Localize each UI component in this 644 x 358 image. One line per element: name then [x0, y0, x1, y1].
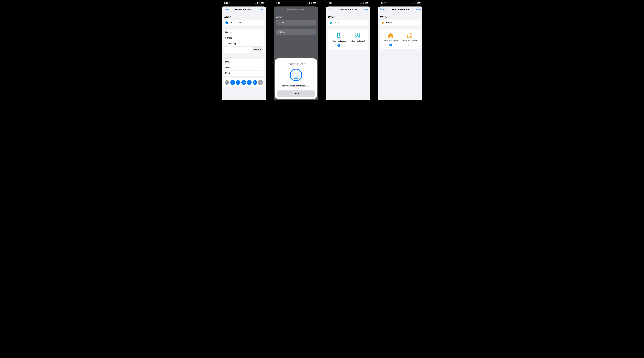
repeat-monthly[interactable]: Monthly: [224, 70, 264, 76]
status-time: 8:28: [381, 2, 384, 4]
phone-screen-3: 8:28 Back New Automation Next When: [325, 0, 371, 100]
chevron-left-icon: [223, 8, 224, 11]
svg-rect-32: [412, 3, 412, 4]
weekday-toggle[interactable]: S: [258, 80, 263, 85]
svg-rect-2: [256, 3, 257, 4]
svg-rect-1: [256, 3, 256, 4]
nfc-sheet-message: Hold your device near the NFC tag.: [281, 85, 311, 87]
time-picker-row: 5:00 PM: [224, 46, 264, 53]
nav-bar: Back New Automation Next: [326, 7, 370, 12]
repeat-weekly[interactable]: Weekly ✓: [224, 65, 264, 70]
home-indicator[interactable]: [392, 99, 409, 99]
option-label: Sunset: [225, 37, 232, 39]
svg-rect-21: [366, 2, 368, 3]
radio-off[interactable]: [356, 44, 359, 47]
svg-rect-10: [309, 3, 309, 4]
option-label: Weekly: [225, 66, 232, 69]
next-button: Next: [312, 8, 316, 11]
svg-rect-9: [308, 3, 308, 4]
work-badge-icon-filled: [336, 33, 341, 39]
home-icon-outline: [407, 33, 412, 38]
battery-icon: [418, 2, 421, 4]
status-time: 8:27: [224, 2, 228, 4]
back-button[interactable]: Back: [328, 8, 334, 11]
time-picker[interactable]: 5:00 PM: [252, 48, 263, 52]
radio-off[interactable]: [408, 44, 411, 46]
trigger-row: Time of Day: [224, 20, 264, 26]
home-icon: [382, 21, 385, 24]
weekday-toggle[interactable]: F: [252, 80, 257, 85]
section-label: When: [380, 16, 420, 19]
svg-rect-22: [368, 3, 368, 3]
focus-choice-card: When Turning On ✓ When Turning Off: [328, 29, 368, 50]
choice-label: When Turning On: [384, 40, 398, 42]
modal-sheet: Back New Automation Next When Home: [378, 7, 422, 100]
back-button[interactable]: Back: [275, 8, 282, 11]
chevron-left-icon: [380, 8, 381, 11]
location-arrow-icon: [228, 2, 230, 4]
repeat-daily[interactable]: Daily: [224, 59, 264, 65]
weekday-toggle[interactable]: T: [247, 80, 252, 85]
scan-action-button[interactable]: Scan: [310, 31, 314, 33]
next-button[interactable]: Next: [364, 8, 369, 11]
choice-label: When Turning On: [332, 40, 346, 42]
home-indicator[interactable]: [340, 99, 356, 99]
choice-turning-on[interactable]: When Turning On ✓: [330, 33, 347, 47]
trigger-label: Time of Day: [230, 22, 241, 24]
radio-on[interactable]: ✓: [389, 44, 392, 46]
option-time-of-day[interactable]: Time of Day ✓: [224, 41, 264, 46]
chevron-left-icon: [328, 8, 329, 11]
svg-rect-38: [420, 3, 421, 3]
status-bar: 8:28: [377, 0, 423, 6]
status-time: 8:28: [328, 2, 332, 4]
trigger-summary: Work: [328, 20, 368, 26]
option-sunrise[interactable]: Sunrise: [224, 29, 264, 35]
next-button[interactable]: Next: [416, 8, 421, 11]
choice-turning-on[interactable]: When Turning On ✓: [382, 33, 399, 46]
cellular-signal-icon: [412, 2, 414, 4]
weekday-toggle[interactable]: W: [241, 80, 246, 85]
home-indicator[interactable]: [288, 99, 304, 99]
choice-turning-off[interactable]: When Turning Off: [349, 33, 366, 47]
status-bar: 8:27: [273, 0, 319, 6]
section-label: When: [276, 16, 316, 19]
battery-icon: [261, 2, 264, 4]
home-indicator[interactable]: [236, 99, 252, 99]
focus-choice-card: When Turning On ✓ When Turning Off: [380, 29, 420, 49]
time-options-group: Sunrise Sunset Time of Day ✓ 5:00 PM: [224, 29, 264, 53]
back-label: Back: [381, 8, 386, 11]
location-arrow-icon: [333, 2, 334, 4]
choice-turning-off[interactable]: When Turning Off: [401, 33, 418, 46]
trigger-row: Home: [380, 20, 420, 26]
weekday-toggle[interactable]: M: [230, 80, 235, 85]
wifi-icon: [362, 2, 365, 4]
nfc-tag-group: NFC Tag Scan: [276, 29, 316, 35]
weekday-toggle[interactable]: S: [225, 80, 230, 85]
cancel-button[interactable]: Cancel: [277, 91, 315, 97]
repeat-group: Daily Weekly ✓ Monthly: [224, 59, 264, 76]
next-button[interactable]: Next: [260, 8, 264, 11]
wifi-icon: [310, 2, 312, 4]
svg-rect-0: [255, 3, 256, 4]
back-button[interactable]: Back: [380, 8, 386, 11]
weekday-toggle[interactable]: T: [236, 80, 240, 85]
nfc-tag-row[interactable]: NFC Tag Scan: [276, 29, 316, 35]
radio-on[interactable]: ✓: [337, 44, 340, 47]
svg-point-27: [338, 35, 339, 36]
option-sunset[interactable]: Sunset: [224, 35, 264, 41]
svg-rect-16: [360, 3, 360, 4]
svg-rect-37: [418, 2, 420, 3]
work-badge-icon-outline: [355, 33, 360, 39]
trigger-label: Work: [334, 22, 339, 24]
nfc-scan-sheet: Ready to Scan Hold your device near the …: [274, 58, 317, 99]
trigger-summary: Home: [380, 20, 420, 26]
svg-rect-33: [412, 3, 413, 4]
location-arrow-icon: [281, 2, 282, 4]
back-button[interactable]: Back: [223, 8, 230, 11]
svg-rect-3: [257, 2, 258, 4]
choice-label: When Turning Off: [403, 40, 417, 42]
trigger-summary: NFC: [276, 20, 316, 26]
nav-bar: Back New Automation Next: [222, 7, 266, 12]
svg-rect-8: [308, 3, 308, 4]
cellular-signal-icon: [255, 2, 258, 4]
